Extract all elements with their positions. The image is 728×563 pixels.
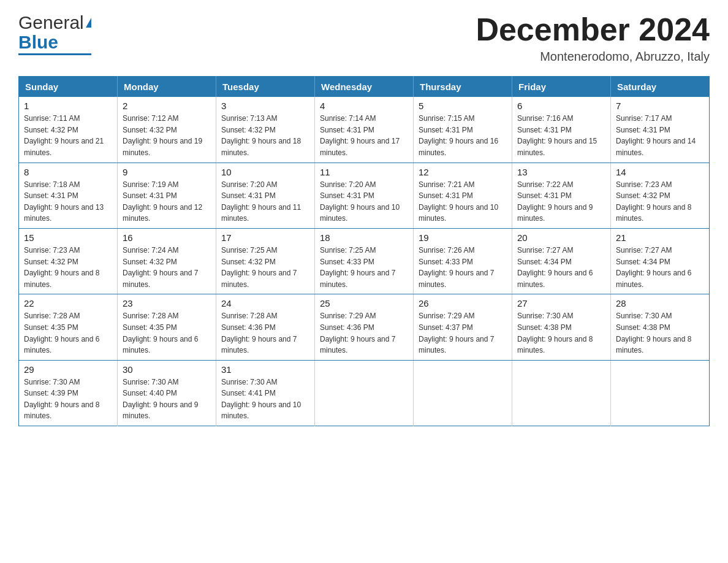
day-number: 12 xyxy=(419,167,507,177)
day-info: Sunrise: 7:30 AMSunset: 4:39 PMDaylight:… xyxy=(24,378,99,421)
calendar-cell: 1 Sunrise: 7:11 AMSunset: 4:32 PMDayligh… xyxy=(19,97,118,163)
calendar-cell: 8 Sunrise: 7:18 AMSunset: 4:31 PMDayligh… xyxy=(19,163,118,228)
day-info: Sunrise: 7:15 AMSunset: 4:31 PMDaylight:… xyxy=(419,114,498,157)
day-info: Sunrise: 7:27 AMSunset: 4:34 PMDaylight:… xyxy=(616,246,691,289)
day-number: 17 xyxy=(221,232,309,243)
calendar-week-row: 29 Sunrise: 7:30 AMSunset: 4:39 PMDaylig… xyxy=(19,360,710,426)
calendar-cell: 27 Sunrise: 7:30 AMSunset: 4:38 PMDaylig… xyxy=(512,294,611,360)
day-number: 16 xyxy=(123,232,211,243)
logo-general: General xyxy=(18,12,84,33)
day-number: 20 xyxy=(517,232,605,243)
calendar-cell: 2 Sunrise: 7:12 AMSunset: 4:32 PMDayligh… xyxy=(118,97,216,163)
col-header-tuesday: Tuesday xyxy=(216,77,315,98)
calendar-cell xyxy=(315,360,414,426)
day-info: Sunrise: 7:30 AMSunset: 4:40 PMDaylight:… xyxy=(123,378,198,421)
col-header-wednesday: Wednesday xyxy=(315,77,414,98)
calendar-cell: 10 Sunrise: 7:20 AMSunset: 4:31 PMDaylig… xyxy=(216,163,315,228)
col-header-monday: Monday xyxy=(118,77,216,98)
logo-underline xyxy=(18,53,91,55)
calendar-cell: 31 Sunrise: 7:30 AMSunset: 4:41 PMDaylig… xyxy=(216,360,315,426)
col-header-sunday: Sunday xyxy=(19,77,118,98)
day-info: Sunrise: 7:27 AMSunset: 4:34 PMDaylight:… xyxy=(517,246,593,289)
calendar-week-row: 15 Sunrise: 7:23 AMSunset: 4:32 PMDaylig… xyxy=(19,228,710,294)
day-info: Sunrise: 7:26 AMSunset: 4:33 PMDaylight:… xyxy=(419,246,494,289)
calendar-cell: 22 Sunrise: 7:28 AMSunset: 4:35 PMDaylig… xyxy=(19,294,118,360)
calendar-cell xyxy=(512,360,611,426)
day-number: 19 xyxy=(419,232,507,243)
calendar-cell xyxy=(414,360,512,426)
day-info: Sunrise: 7:25 AMSunset: 4:33 PMDaylight:… xyxy=(320,246,395,289)
day-number: 22 xyxy=(24,298,112,308)
day-number: 18 xyxy=(320,232,408,243)
day-number: 3 xyxy=(221,101,309,111)
day-number: 25 xyxy=(320,298,408,308)
page-header: General Blue December 2024 Montenerodomo… xyxy=(18,12,710,64)
calendar-cell xyxy=(611,360,710,426)
day-number: 4 xyxy=(320,101,408,111)
calendar-cell: 30 Sunrise: 7:30 AMSunset: 4:40 PMDaylig… xyxy=(118,360,216,426)
day-info: Sunrise: 7:29 AMSunset: 4:37 PMDaylight:… xyxy=(419,312,494,354)
col-header-friday: Friday xyxy=(512,77,611,98)
calendar-cell: 6 Sunrise: 7:16 AMSunset: 4:31 PMDayligh… xyxy=(512,97,611,163)
calendar-cell: 13 Sunrise: 7:22 AMSunset: 4:31 PMDaylig… xyxy=(512,163,611,228)
day-number: 13 xyxy=(517,167,605,177)
day-info: Sunrise: 7:12 AMSunset: 4:32 PMDaylight:… xyxy=(123,114,202,157)
day-info: Sunrise: 7:18 AMSunset: 4:31 PMDaylight:… xyxy=(24,180,104,223)
day-info: Sunrise: 7:30 AMSunset: 4:38 PMDaylight:… xyxy=(517,312,593,354)
calendar-cell: 12 Sunrise: 7:21 AMSunset: 4:31 PMDaylig… xyxy=(414,163,512,228)
calendar-cell: 28 Sunrise: 7:30 AMSunset: 4:38 PMDaylig… xyxy=(611,294,710,360)
day-info: Sunrise: 7:19 AMSunset: 4:31 PMDaylight:… xyxy=(123,180,202,223)
day-number: 29 xyxy=(24,364,112,375)
day-number: 28 xyxy=(616,298,704,308)
day-info: Sunrise: 7:23 AMSunset: 4:32 PMDaylight:… xyxy=(24,246,99,289)
day-number: 15 xyxy=(24,232,112,243)
logo-blue: Blue xyxy=(18,32,58,53)
calendar-cell: 25 Sunrise: 7:29 AMSunset: 4:36 PMDaylig… xyxy=(315,294,414,360)
location: Montenerodomo, Abruzzo, Italy xyxy=(476,50,710,64)
calendar-cell: 26 Sunrise: 7:29 AMSunset: 4:37 PMDaylig… xyxy=(414,294,512,360)
day-number: 2 xyxy=(123,101,211,111)
day-number: 21 xyxy=(616,232,704,243)
day-info: Sunrise: 7:22 AMSunset: 4:31 PMDaylight:… xyxy=(517,180,593,223)
day-info: Sunrise: 7:20 AMSunset: 4:31 PMDaylight:… xyxy=(320,180,400,223)
day-number: 9 xyxy=(123,167,211,177)
day-number: 10 xyxy=(221,167,309,177)
day-number: 6 xyxy=(517,101,605,111)
day-info: Sunrise: 7:14 AMSunset: 4:31 PMDaylight:… xyxy=(320,114,400,157)
day-number: 14 xyxy=(616,167,704,177)
day-info: Sunrise: 7:25 AMSunset: 4:32 PMDaylight:… xyxy=(221,246,297,289)
calendar-cell: 15 Sunrise: 7:23 AMSunset: 4:32 PMDaylig… xyxy=(19,228,118,294)
day-info: Sunrise: 7:24 AMSunset: 4:32 PMDaylight:… xyxy=(123,246,198,289)
day-number: 26 xyxy=(419,298,507,308)
calendar-cell: 21 Sunrise: 7:27 AMSunset: 4:34 PMDaylig… xyxy=(611,228,710,294)
calendar-cell: 5 Sunrise: 7:15 AMSunset: 4:31 PMDayligh… xyxy=(414,97,512,163)
day-number: 7 xyxy=(616,101,704,111)
calendar-table: SundayMondayTuesdayWednesdayThursdayFrid… xyxy=(18,76,710,426)
calendar-cell: 29 Sunrise: 7:30 AMSunset: 4:39 PMDaylig… xyxy=(19,360,118,426)
day-number: 24 xyxy=(221,298,309,308)
day-number: 30 xyxy=(123,364,211,375)
day-number: 11 xyxy=(320,167,408,177)
day-number: 31 xyxy=(221,364,309,375)
calendar-cell: 17 Sunrise: 7:25 AMSunset: 4:32 PMDaylig… xyxy=(216,228,315,294)
day-info: Sunrise: 7:16 AMSunset: 4:31 PMDaylight:… xyxy=(517,114,597,157)
day-info: Sunrise: 7:23 AMSunset: 4:32 PMDaylight:… xyxy=(616,180,691,223)
calendar-header-row: SundayMondayTuesdayWednesdayThursdayFrid… xyxy=(19,77,710,98)
day-number: 23 xyxy=(123,298,211,308)
day-info: Sunrise: 7:17 AMSunset: 4:31 PMDaylight:… xyxy=(616,114,696,157)
day-info: Sunrise: 7:30 AMSunset: 4:38 PMDaylight:… xyxy=(616,312,691,354)
calendar-cell: 4 Sunrise: 7:14 AMSunset: 4:31 PMDayligh… xyxy=(315,97,414,163)
title-area: December 2024 Montenerodomo, Abruzzo, It… xyxy=(476,12,710,64)
day-info: Sunrise: 7:11 AMSunset: 4:32 PMDaylight:… xyxy=(24,114,104,157)
day-number: 8 xyxy=(24,167,112,177)
month-title: December 2024 xyxy=(476,12,710,47)
logo-triangle-icon xyxy=(86,18,91,28)
col-header-saturday: Saturday xyxy=(611,77,710,98)
calendar-cell: 20 Sunrise: 7:27 AMSunset: 4:34 PMDaylig… xyxy=(512,228,611,294)
day-info: Sunrise: 7:20 AMSunset: 4:31 PMDaylight:… xyxy=(221,180,301,223)
calendar-cell: 3 Sunrise: 7:13 AMSunset: 4:32 PMDayligh… xyxy=(216,97,315,163)
calendar-cell: 16 Sunrise: 7:24 AMSunset: 4:32 PMDaylig… xyxy=(118,228,216,294)
day-number: 27 xyxy=(517,298,605,308)
calendar-cell: 9 Sunrise: 7:19 AMSunset: 4:31 PMDayligh… xyxy=(118,163,216,228)
calendar-cell: 23 Sunrise: 7:28 AMSunset: 4:35 PMDaylig… xyxy=(118,294,216,360)
